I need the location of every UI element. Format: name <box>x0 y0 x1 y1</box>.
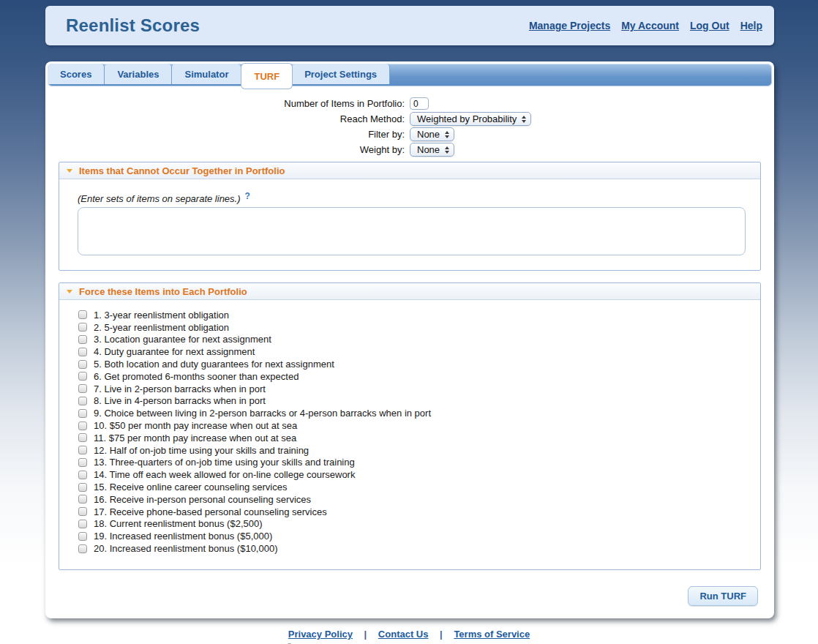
item-checkbox[interactable] <box>78 446 87 454</box>
item-label: 13. Three-quarters of on-job time using … <box>94 457 355 468</box>
item-checkbox[interactable] <box>78 310 87 319</box>
item-label: 1. 3-year reenlistment obligation <box>94 310 229 321</box>
item-label: 5. Both location and duty guarantees for… <box>94 359 334 370</box>
select-arrows-icon <box>445 131 449 138</box>
item-checkbox[interactable] <box>78 483 87 492</box>
form-row: Filter by: None <box>45 127 774 142</box>
item-checkbox[interactable] <box>78 544 87 553</box>
items-in-portfolio-label: Number of Items in Portfolio: <box>45 98 410 109</box>
list-item: 4. Duty guarantee for next assignment <box>78 345 743 358</box>
item-checkbox[interactable] <box>78 422 87 430</box>
tab-variables[interactable]: Variables <box>105 64 172 84</box>
list-item: 17. Receive phone-based personal counsel… <box>78 506 743 518</box>
tab-project-settings[interactable]: Project Settings <box>292 64 390 84</box>
prohibited-items-textarea[interactable] <box>78 207 746 255</box>
item-checkbox[interactable] <box>78 495 87 503</box>
list-item: 10. $50 per month pay increase when out … <box>78 419 743 432</box>
contact-us-link[interactable]: Contact Us <box>378 629 429 640</box>
item-label: 17. Receive phone-based personal counsel… <box>94 506 327 517</box>
item-checkbox[interactable] <box>78 335 87 344</box>
nav-help[interactable]: Help <box>740 20 762 31</box>
item-checkbox[interactable] <box>78 520 87 528</box>
item-label: 7. Live in 2-person barracks when in por… <box>94 383 266 394</box>
item-checkbox[interactable] <box>78 409 87 418</box>
list-item: 12. Half of on-job time using your skill… <box>78 444 743 457</box>
footer-separator: | <box>440 629 443 640</box>
button-row: Run TURF <box>45 570 774 606</box>
weight-by-select[interactable]: None <box>410 143 454 157</box>
list-item: 19. Increased reenlistment bonus ($5,000… <box>78 530 743 542</box>
tab-scores[interactable]: Scores <box>48 64 105 84</box>
tab-turf[interactable]: TURF <box>241 64 292 89</box>
select-arrows-icon <box>445 146 449 154</box>
item-checkbox[interactable] <box>78 372 87 381</box>
filter-by-value: None <box>417 129 440 140</box>
app-title: Reenlist Scores <box>66 15 200 36</box>
help-icon[interactable]: ? <box>245 191 250 201</box>
list-item: 3. Location guarantee for next assignmen… <box>78 334 743 346</box>
list-item: 5. Both location and duty guarantees for… <box>78 358 743 370</box>
prohibited-hint-text: (Enter sets of items on separate lines.) <box>78 193 241 204</box>
item-label: 12. Half of on-job time using your skill… <box>94 445 309 456</box>
item-checkbox[interactable] <box>78 360 87 369</box>
privacy-policy-link[interactable]: Privacy Policy <box>288 629 353 640</box>
list-item: 14. Time off each week allowed for on-li… <box>78 468 743 481</box>
nav-my-account[interactable]: My Account <box>621 20 679 31</box>
list-item: 6. Get promoted 6-months sooner than exp… <box>78 370 743 383</box>
list-item: 20. Increased reenlistment bonus ($10,00… <box>78 542 743 555</box>
item-label: 15. Receive online career counseling ser… <box>94 482 287 493</box>
items-in-portfolio-input[interactable] <box>410 97 429 110</box>
item-label: 11. $75 per month pay increase when out … <box>94 433 296 443</box>
main-panel: Scores Variables Simulator TURF Project … <box>45 61 774 618</box>
item-label: 4. Duty guarantee for next assignment <box>94 346 255 357</box>
tab-bar: Scores Variables Simulator TURF Project … <box>48 64 772 86</box>
item-checkbox[interactable] <box>78 348 87 356</box>
form-row: Weight by: None <box>45 142 774 157</box>
nav-manage-projects[interactable]: Manage Projects <box>529 20 610 31</box>
select-arrows-icon <box>522 116 526 123</box>
terms-of-service-link[interactable]: Terms of Service <box>454 629 530 640</box>
item-label: 14. Time off each week allowed for on-li… <box>94 469 355 480</box>
forced-items-section: Force these Items into Each Portfolio 1.… <box>59 282 761 570</box>
forced-section-header[interactable]: Force these Items into Each Portfolio <box>59 283 760 300</box>
prohibited-section-header[interactable]: Items that Cannot Occur Together in Port… <box>59 162 760 179</box>
item-checkbox[interactable] <box>78 323 87 332</box>
app-header: Reenlist Scores Manage Projects My Accou… <box>45 6 774 45</box>
tab-simulator[interactable]: Simulator <box>172 64 241 84</box>
form-row: Reach Method: Weighted by Probability <box>45 111 774 127</box>
turf-settings-form: Number of Items in Portfolio: Reach Meth… <box>45 96 774 157</box>
filter-by-select[interactable]: None <box>410 127 454 141</box>
prohibited-section-title: Items that Cannot Occur Together in Port… <box>79 165 285 176</box>
forced-section-body: 1. 3-year reenlistment obligation 2. 5-y… <box>59 300 760 569</box>
footer-separator: | <box>364 629 367 640</box>
item-checkbox[interactable] <box>78 471 87 479</box>
list-item: 7. Live in 2-person barracks when in por… <box>78 383 743 395</box>
item-checkbox[interactable] <box>78 532 87 541</box>
item-label: 8. Live in 4-person barracks when in por… <box>94 395 266 406</box>
item-label: 16. Receive in-person personal counselin… <box>94 494 311 505</box>
item-checkbox[interactable] <box>78 384 87 393</box>
list-item: 13. Three-quarters of on-job time using … <box>78 457 743 469</box>
weight-by-label: Weight by: <box>45 144 410 155</box>
item-label: 6. Get promoted 6-months sooner than exp… <box>94 371 299 382</box>
page-footer: Privacy Policy | Contact Us | Terms of S… <box>0 629 818 644</box>
reach-method-select[interactable]: Weighted by Probability <box>410 112 531 126</box>
item-label: 3. Location guarantee for next assignmen… <box>94 334 271 345</box>
item-checkbox[interactable] <box>78 507 87 516</box>
list-item: 2. 5-year reenlistment obligation <box>78 321 743 334</box>
item-label: 10. $50 per month pay increase when out … <box>94 420 297 431</box>
list-item: 15. Receive online career counseling ser… <box>78 481 743 493</box>
item-checkbox[interactable] <box>78 433 87 442</box>
item-checkbox[interactable] <box>78 397 87 405</box>
prohibited-hint: (Enter sets of items on separate lines.)… <box>78 191 743 204</box>
nav-log-out[interactable]: Log Out <box>690 20 729 31</box>
run-turf-button[interactable]: Run TURF <box>688 586 758 606</box>
forced-section-title: Force these Items into Each Portfolio <box>79 286 247 297</box>
top-nav: Manage Projects My Account Log Out Help <box>529 20 762 31</box>
reach-method-value: Weighted by Probability <box>417 113 517 124</box>
item-label: 2. 5-year reenlistment obligation <box>94 322 229 333</box>
list-item: 18. Current reenlistment bonus ($2,500) <box>78 518 743 531</box>
footer-links: Privacy Policy | Contact Us | Terms of S… <box>0 629 818 640</box>
item-checkbox[interactable] <box>78 458 87 467</box>
collapse-triangle-icon <box>67 290 72 293</box>
